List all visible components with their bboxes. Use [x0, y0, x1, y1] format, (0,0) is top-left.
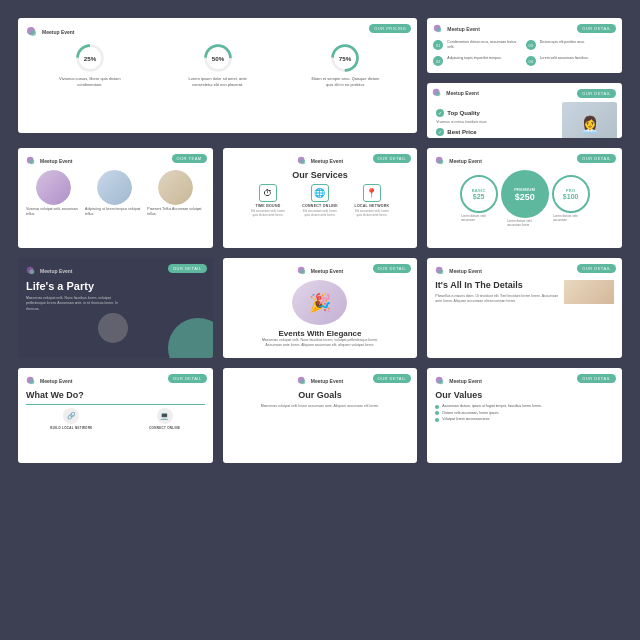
top-quality-content: ✓ Top Quality Vivamus ut metus tincidunt…	[432, 102, 617, 138]
service-sub-1: Elit accumsan velit, lorem quis dictum a…	[248, 210, 288, 218]
svg-text:75%: 75%	[339, 55, 352, 62]
donut-50: 50% Lorem ipsum dolor sit amet, ante con…	[183, 42, 253, 87]
pricing-logo-icon	[435, 156, 445, 166]
charts-row: 25% Vivamus cursus, libero quis dictum c…	[26, 42, 409, 87]
party-circle-sm	[98, 313, 128, 343]
service-label-1: Time Bound	[255, 204, 280, 208]
values-list: Accumsan dictum, ipsum ut fugiat tempor,…	[435, 404, 614, 423]
elegance-logo-icon	[297, 266, 307, 276]
slide-top-quality: Meetup Event Our Detail ✓ Top Quality Vi…	[427, 83, 622, 138]
elegance-title: Events With Elegance	[278, 329, 361, 338]
logo-icon	[26, 26, 38, 38]
tier-basic-price: $25	[473, 193, 485, 200]
right-col-row1: Meetup Event Our Detail 01 Condimentum d…	[427, 18, 622, 138]
tier-pro: Pro $100 Lorem dictum velit accumsan	[552, 175, 590, 223]
what-badge: Our Detail	[168, 374, 207, 383]
photo-thumb-3	[158, 170, 193, 205]
slide-num-list: Meetup Event Our Detail 01 Condimentum d…	[427, 18, 622, 73]
photo-thumb-1	[36, 170, 71, 205]
price-circle-basic: Basic $25	[460, 175, 498, 213]
slide-details: Meetup Event Our Detail It's All In The …	[427, 258, 622, 358]
tq-photo: 👩‍💼	[562, 102, 617, 138]
values-logo-text: Meetup Event	[449, 378, 482, 384]
what-icon-1: 🔗 Build Local Network	[50, 408, 92, 430]
svg-point-12	[437, 27, 442, 32]
svg-text:50%: 50%	[211, 55, 224, 62]
slide-party: Meetup Event Our Detail Life's a Party M…	[18, 258, 213, 358]
details-logo-icon	[435, 266, 445, 276]
check-dot-2: ✓	[436, 128, 444, 136]
svg-point-22	[29, 269, 34, 274]
num-logo-text: Meetup Event	[447, 26, 480, 32]
svg-point-16	[29, 159, 34, 164]
photos-logo-text: Meetup Event	[40, 158, 73, 164]
chart-desc-1: Vivamus cursus, libero quis dictum condi…	[55, 76, 125, 87]
num-text-3: Dictum quis elit porttitor arcu.	[540, 40, 585, 50]
num-circle-01: 01	[433, 40, 443, 50]
details-photo-image	[564, 280, 614, 304]
tq-subtitle: Best Price	[447, 129, 476, 135]
what-icon-2: 💻 Connect Online	[149, 408, 180, 430]
services-logo: Meetup Event	[297, 156, 344, 166]
tq-title: Top Quality	[447, 110, 480, 116]
service-sub-2: Elit accumsan velit, lorem quis dictum a…	[300, 210, 340, 218]
party-logo-text: Meetup Event	[40, 268, 73, 274]
elegance-badge: Our Detail	[373, 264, 412, 273]
slide-badge: Our Pricing	[369, 24, 411, 33]
goals-logo-icon	[297, 376, 307, 386]
details-logo-text: Meetup Event	[449, 268, 482, 274]
values-bullet-2: Dictum velit accumsan, lorem ipsum.	[435, 411, 614, 417]
photo-item-2: Adipiscing ut lorem tempus volutpat tell…	[85, 170, 143, 216]
donut-25: 25% Vivamus cursus, libero quis dictum c…	[55, 42, 125, 87]
bullet-dot-2	[435, 411, 439, 415]
photos-grid: Vivamus volutpat velit, accumsan tellus.…	[26, 170, 205, 216]
tier-pro-price: $100	[563, 193, 579, 200]
num-logo-icon	[433, 24, 443, 34]
num-row-4: 04 Lorem velit accumsan faucibus.	[526, 56, 616, 66]
what-label-1: Build Local Network	[50, 426, 92, 430]
slide-pricing-circles: Meetup Event Our Detail Basic $25 Lorem …	[427, 148, 622, 248]
tq-check-2: ✓ Best Price	[436, 128, 554, 136]
num-text-4: Lorem velit accumsan faucibus.	[540, 56, 589, 66]
details-badge: Our Detail	[577, 264, 616, 273]
num-row-1: 01 Condimentum dictum eros, accumsan lec…	[433, 40, 523, 50]
tier-pro-desc: Lorem dictum velit accumsan	[553, 215, 588, 223]
photos-logo-icon	[26, 156, 36, 166]
details-desc: Phasellus a mauris diam. Ut tincidunt el…	[435, 294, 560, 304]
slide-row-1: Meetup Event Our Pricing 25% Vivamus cur…	[18, 18, 622, 138]
num-badge: Our Detail	[577, 24, 616, 33]
slide-photos: Meetup Event Our Team Vivamus volutpat v…	[18, 148, 213, 248]
elegance-logo-text: Meetup Event	[311, 268, 344, 274]
service-icon-online: 🌐	[311, 184, 329, 202]
slide-row-3: Meetup Event Our Detail Life's a Party M…	[18, 258, 622, 358]
svg-point-32	[439, 379, 444, 384]
details-title: It's All In The Details	[435, 280, 560, 291]
logo-text: Meetup Event	[42, 29, 75, 35]
values-logo-icon	[435, 376, 445, 386]
party-title: Life's a Party	[26, 280, 205, 292]
what-divider	[26, 404, 205, 405]
service-item-2: 🌐 Connect Online Elit accumsan velit, lo…	[300, 184, 340, 218]
svg-point-14	[436, 91, 441, 96]
slide-logo: Meetup Event	[26, 26, 409, 38]
what-logo-icon	[26, 376, 36, 386]
slide-goals: Meetup Event Our Detail Our Goals Maecen…	[223, 368, 418, 463]
svg-point-1	[30, 30, 36, 36]
slide-values: Meetup Event Our Detail Our Values Accum…	[427, 368, 622, 463]
service-label-3: Local Network	[355, 204, 390, 208]
photo-caption-3: Praesent Tellus Accumsan volutpat tellus…	[147, 207, 204, 216]
chart-desc-3: Etiam et semper arcu. Quisque dictum qui…	[310, 76, 380, 87]
party-logo-icon	[26, 266, 36, 276]
photo-caption-1: Vivamus volutpat velit, accumsan tellus.	[26, 207, 81, 216]
price-circle-pro: Pro $100	[552, 175, 590, 213]
svg-point-28	[29, 379, 34, 384]
tq-badge: Our Detail	[577, 89, 616, 98]
donut-chart-50: 50%	[202, 42, 234, 74]
service-icon-time: ⏱	[259, 184, 277, 202]
what-title: What We Do?	[26, 390, 205, 400]
tq-photo-image: 👩‍💼	[562, 102, 617, 138]
slide-elegance: Meetup Event Our Detail 🎉 Events With El…	[223, 258, 418, 358]
party-circle-big	[168, 318, 213, 358]
goals-logo: Meetup Event	[297, 376, 344, 386]
service-item-3: 📍 Local Network Elit accumsan velit, lor…	[352, 184, 392, 218]
